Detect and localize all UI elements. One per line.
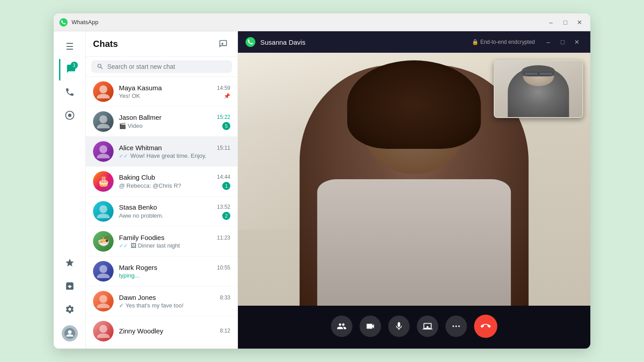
- chat-time-maya: 14:59: [217, 85, 230, 91]
- close-button[interactable]: ✕: [574, 17, 585, 28]
- svg-point-16: [99, 295, 107, 303]
- whatsapp-window: WhatsApp – □ ✕ ☰ 3: [54, 13, 590, 349]
- avatar-baking: 🎂: [93, 171, 114, 192]
- chat-list: Maya Kasuma 14:59 Yes! OK 📌: [86, 77, 237, 349]
- unread-jason: 5: [222, 122, 230, 130]
- user-avatar[interactable]: [59, 323, 80, 344]
- archive-icon: [65, 281, 75, 293]
- title-bar: WhatsApp – □ ✕: [54, 13, 590, 31]
- more-options-button[interactable]: [445, 316, 467, 337]
- menu-button[interactable]: ☰: [59, 36, 80, 57]
- sidebar-item-archive[interactable]: [59, 276, 80, 298]
- new-chat-button[interactable]: [216, 37, 230, 51]
- chat-info-jason: Jason Ballmer 15:22 🎬 Video 5: [119, 114, 230, 130]
- chat-preview-baking: @ Rebecca: @Chris R?: [119, 182, 219, 189]
- chat-item-family[interactable]: 🍜 Family Foodies 11:23 ✓✓ 🖼 Dinner last …: [86, 227, 237, 257]
- self-view-pip: [494, 60, 583, 118]
- svg-point-18: [99, 325, 107, 333]
- chat-info-family: Family Foodies 11:23 ✓✓ 🖼 Dinner last ni…: [119, 234, 230, 249]
- chat-preview-alice: ✓✓ Wow! Have great time. Enjoy.: [119, 152, 230, 159]
- search-icon: [97, 63, 104, 70]
- chat-time-mark: 10:55: [217, 265, 230, 271]
- chat-name-mark: Mark Rogers: [119, 264, 157, 271]
- sidebar-item-starred[interactable]: [59, 253, 80, 274]
- camera-button[interactable]: [360, 316, 381, 337]
- icon-sidebar: ☰ 3: [54, 31, 86, 349]
- chat-time-alice: 15:11: [217, 145, 230, 151]
- video-maximize-button[interactable]: □: [556, 36, 569, 48]
- encryption-text: End-to-end endcrypted: [480, 39, 535, 45]
- chat-list-panel: Chats: [86, 31, 238, 349]
- svg-point-14: [99, 265, 107, 273]
- chat-item-zinny[interactable]: Zinny Woodley 8:12: [86, 316, 237, 346]
- chats-badge: 3: [71, 62, 78, 69]
- chat-info-stasa: Stasa Benko 13:52 Aww no problem. 2: [119, 203, 230, 220]
- chat-preview-family: ✓✓ 🖼 Dinner last night: [119, 242, 230, 249]
- chat-time-family: 11:23: [217, 235, 230, 241]
- end-call-button[interactable]: [474, 315, 497, 338]
- share-screen-button[interactable]: [417, 316, 438, 337]
- search-input[interactable]: [107, 63, 227, 70]
- video-minimize-button[interactable]: –: [542, 36, 555, 48]
- video-call-window: Susanna Davis 🔒 End-to-end endcrypted – …: [238, 31, 590, 349]
- chat-item-mark[interactable]: Mark Rogers 10:55 typing...: [86, 257, 237, 286]
- call-controls: [238, 306, 590, 349]
- lock-icon: 🔒: [472, 39, 479, 45]
- person-shirt: [317, 179, 511, 306]
- svg-point-2: [68, 114, 71, 117]
- avatar-zinny: [93, 321, 114, 341]
- mic-button[interactable]: [388, 316, 410, 337]
- sidebar-item-settings[interactable]: [59, 299, 80, 321]
- svg-point-22: [458, 325, 460, 327]
- svg-point-12: [99, 205, 107, 213]
- avatar-alice: [93, 141, 114, 162]
- chat-list-header: Chats: [86, 31, 237, 57]
- chat-info-mark: Mark Rogers 10:55 typing...: [119, 264, 230, 279]
- chat-info-zinny: Zinny Woodley 8:12: [119, 327, 230, 336]
- avatar-jason: [93, 111, 114, 132]
- maximize-button[interactable]: □: [560, 17, 571, 28]
- app-body: ☰ 3: [54, 31, 590, 349]
- sidebar-item-chats[interactable]: 3: [59, 59, 80, 80]
- video-call-titlebar: Susanna Davis 🔒 End-to-end endcrypted – …: [238, 31, 590, 53]
- unread-baking: 1: [222, 182, 230, 190]
- video-close-button[interactable]: ✕: [571, 36, 583, 48]
- avatar-stasa: [93, 201, 114, 222]
- video-feed: [238, 53, 590, 306]
- unread-stasa: 2: [222, 212, 230, 220]
- chat-item-stasa[interactable]: Stasa Benko 13:52 Aww no problem. 2: [86, 197, 237, 227]
- self-video: [495, 61, 582, 117]
- add-person-button[interactable]: [331, 316, 352, 337]
- chat-time-baking: 14:44: [217, 174, 230, 180]
- sidebar-item-status[interactable]: [59, 105, 80, 127]
- status-icon: [65, 110, 75, 122]
- window-controls: – □ ✕: [546, 17, 585, 28]
- chat-preview-stasa: Aww no problem.: [119, 212, 219, 219]
- sidebar-item-calls[interactable]: [59, 82, 80, 104]
- star-icon: [65, 258, 75, 270]
- user-avatar-img: [62, 325, 78, 341]
- encryption-indicator: 🔒 End-to-end endcrypted: [472, 39, 535, 45]
- avatar-maya: [93, 81, 114, 102]
- chat-name-baking: Baking Club: [119, 173, 155, 181]
- chat-item-dawn[interactable]: Dawn Jones 8:33 ✓ Yes that's my fave too…: [86, 286, 237, 316]
- pin-icon-maya: 📌: [224, 93, 230, 99]
- chat-item-alice[interactable]: Alice Whitman 15:11 ✓✓ Wow! Have great t…: [86, 137, 237, 167]
- main-chat-area: Susanna Davis 🔒 End-to-end endcrypted – …: [238, 31, 590, 349]
- chat-preview-mark: typing...: [119, 272, 230, 279]
- chat-item-maya[interactable]: Maya Kasuma 14:59 Yes! OK 📌: [86, 77, 237, 107]
- chat-item-jason[interactable]: Jason Ballmer 15:22 🎬 Video 5: [86, 107, 237, 137]
- minimize-button[interactable]: –: [546, 17, 556, 28]
- chat-name-stasa: Stasa Benko: [119, 203, 157, 211]
- svg-point-10: [99, 145, 107, 153]
- glasses: [524, 72, 553, 76]
- chat-info-alice: Alice Whitman 15:11 ✓✓ Wow! Have great t…: [119, 144, 230, 159]
- chat-name-zinny: Zinny Woodley: [119, 327, 163, 335]
- avatar-mark: [93, 261, 114, 282]
- chat-name-family: Family Foodies: [119, 234, 165, 241]
- chat-item-baking[interactable]: 🎂 Baking Club 14:44 @ Rebecca: @Chris R?…: [86, 167, 237, 197]
- chat-info-dawn: Dawn Jones 8:33 ✓ Yes that's my fave too…: [119, 294, 230, 309]
- chat-time-stasa: 13:52: [217, 204, 230, 210]
- chat-time-jason: 15:22: [217, 114, 230, 120]
- person-hair: [347, 60, 481, 149]
